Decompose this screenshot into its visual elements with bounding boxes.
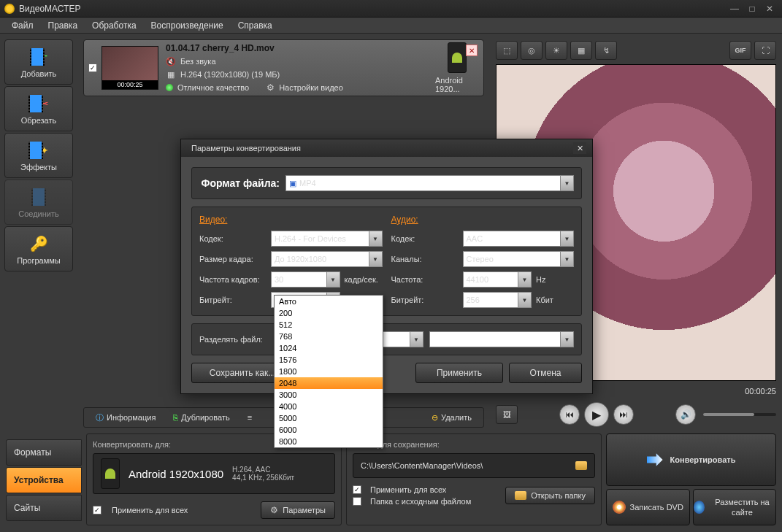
sidebar-add[interactable]: +Добавить: [4, 39, 73, 85]
next-button[interactable]: ⏭: [613, 404, 634, 425]
bitrate-option[interactable]: 2048: [275, 377, 383, 389]
sidebar-add-label: Добавить: [21, 69, 57, 78]
bitrate-option[interactable]: 768: [275, 331, 383, 342]
info-button[interactable]: ⓘИнформация: [90, 410, 161, 425]
duplicate-button[interactable]: ⎘Дублировать: [167, 411, 235, 424]
folder-applyall-checkbox[interactable]: ✓: [353, 485, 361, 494]
close-button[interactable]: ✕: [762, 3, 778, 15]
audio-header: Аудио:: [391, 215, 575, 225]
tab-sites[interactable]: Сайты: [6, 495, 82, 521]
bitrate-option[interactable]: 8000: [275, 436, 383, 447]
sidebar-join-label: Соединить: [18, 209, 59, 218]
file-device-label: Android 1920...: [435, 76, 479, 93]
bitrate-option[interactable]: 512: [275, 319, 383, 331]
audio-bitrate-combo[interactable]: 256▼: [463, 292, 532, 308]
open-folder-button[interactable]: Открыть папку: [505, 487, 595, 504]
file-thumbnail[interactable]: 00:00:25: [101, 46, 158, 90]
codec-icon: ▦: [166, 69, 176, 80]
maximize-button[interactable]: □: [744, 3, 760, 15]
android-icon: [452, 53, 462, 63]
video-codec-combo[interactable]: H.264 - For Devices▼: [271, 231, 383, 247]
device-name: Android 1920x1080: [129, 468, 223, 480]
video-header: Видео:: [199, 215, 383, 225]
file-remove-button[interactable]: ✕: [466, 45, 478, 56]
convert-button[interactable]: Конвертировать: [606, 433, 776, 486]
bitrate-option[interactable]: Авто: [275, 296, 383, 307]
volume-slider[interactable]: [703, 413, 776, 416]
sidebar-effects[interactable]: ✦Эффекты: [4, 133, 73, 178]
sidebar-programs-label: Программы: [17, 256, 60, 265]
brightness-tool[interactable]: ☀: [545, 41, 567, 60]
video-size-combo[interactable]: До 1920x1080▼: [271, 251, 383, 267]
quality-led-icon: [166, 84, 173, 91]
dvd-icon: [613, 501, 626, 514]
bitrate-option[interactable]: 5000: [275, 412, 383, 424]
applyall-checkbox[interactable]: ✓: [93, 506, 101, 514]
file-name: 01.04.17 cherry_4 HD.mov: [166, 43, 435, 53]
gif-tool[interactable]: GIF: [729, 41, 751, 60]
cancel-button[interactable]: Отмена: [509, 363, 582, 383]
snapshot-button[interactable]: 🖼: [496, 405, 518, 424]
sidebar-join: Соединить: [4, 180, 73, 225]
publish-button[interactable]: Разместить на сайте: [693, 489, 777, 525]
format-combo[interactable]: ▣MP4▼: [285, 175, 574, 191]
menu-playback[interactable]: Воспроизведение: [144, 18, 231, 33]
chevron-down-icon: ▼: [560, 176, 573, 190]
samefolder-checkbox[interactable]: [353, 497, 361, 506]
sidebar-programs[interactable]: 🔑Программы: [4, 226, 73, 271]
bitrate-option[interactable]: 200: [275, 307, 383, 319]
bitrate-option[interactable]: 1576: [275, 354, 383, 366]
dialog-close-button[interactable]: ✕: [573, 142, 586, 154]
video-fps-combo[interactable]: 30▼: [271, 271, 340, 288]
play-button[interactable]: ▶: [584, 402, 609, 427]
prev-button[interactable]: ⏮: [559, 404, 580, 425]
file-settings-link[interactable]: Настройки видео: [279, 83, 343, 92]
menu-help[interactable]: Справка: [231, 18, 280, 33]
audio-codec-combo[interactable]: AAC▼: [463, 231, 575, 247]
audio-channels-combo[interactable]: Стерео▼: [463, 251, 575, 267]
params-button[interactable]: ⚙Параметры: [261, 501, 335, 519]
fullscreen-tool[interactable]: ⛶: [754, 41, 776, 60]
bitrate-option[interactable]: 1800: [275, 366, 383, 377]
menu-file[interactable]: Файл: [4, 18, 41, 33]
sidebar-effects-label: Эффекты: [20, 163, 57, 171]
split-unit-combo[interactable]: ▼: [429, 331, 575, 347]
file-quality: Отличное качество: [177, 83, 249, 92]
crop-tool[interactable]: ⬚: [496, 41, 518, 60]
split-label: Разделять файл:: [199, 335, 272, 344]
tab-formats[interactable]: Форматы: [6, 439, 82, 466]
device-selector[interactable]: Android 1920x1080 H.264, AAC44,1 KHz, 25…: [93, 453, 335, 494]
speed-tool[interactable]: ↯: [595, 41, 617, 60]
adjust-tool[interactable]: ◎: [521, 41, 543, 60]
frame-tool[interactable]: ▦: [570, 41, 592, 60]
audio-freq-combo[interactable]: 44100▼: [463, 271, 532, 288]
bitrate-option[interactable]: 4000: [275, 401, 383, 412]
list-button[interactable]: ≡: [242, 411, 258, 424]
menubar: Файл Правка Обработка Воспроизведение Сп…: [0, 18, 782, 34]
sound-icon: 🔇: [166, 56, 176, 66]
volume-button[interactable]: 🔊: [675, 404, 696, 425]
delete-button[interactable]: ⊖Удалить: [426, 411, 478, 425]
menu-process[interactable]: Обработка: [85, 18, 144, 33]
thumb-duration: 00:00:25: [102, 80, 158, 89]
bitrate-dropdown: Авто200512768102415761800204830004000500…: [274, 295, 383, 448]
sidebar-trim-label: Обрезать: [21, 116, 57, 125]
app-logo-icon: [4, 4, 15, 14]
bitrate-option[interactable]: 1024: [275, 342, 383, 354]
file-codec: H.264 (1920x1080) (19 МБ): [180, 70, 280, 79]
apply-button[interactable]: Применить: [415, 363, 503, 383]
tab-devices[interactable]: Устройства: [6, 467, 82, 493]
file-checkbox[interactable]: ✓: [88, 63, 97, 72]
phone-icon: [101, 458, 120, 489]
format-label: Формат файла:: [199, 177, 280, 189]
bitrate-option[interactable]: 6000: [275, 424, 383, 436]
gear-icon: ⚙: [267, 82, 275, 93]
bitrate-option[interactable]: 3000: [275, 389, 383, 401]
file-card[interactable]: ✓ 00:00:25 01.04.17 cherry_4 HD.mov 🔇Без…: [83, 39, 484, 96]
sidebar-trim[interactable]: ✂Обрезать: [4, 86, 73, 131]
minimize-button[interactable]: —: [727, 3, 743, 15]
menu-edit[interactable]: Правка: [41, 18, 85, 33]
dialog-title: Параметры конвертирования: [191, 144, 301, 153]
browse-folder-button[interactable]: [575, 461, 587, 470]
burn-dvd-button[interactable]: Записать DVD: [606, 489, 690, 525]
